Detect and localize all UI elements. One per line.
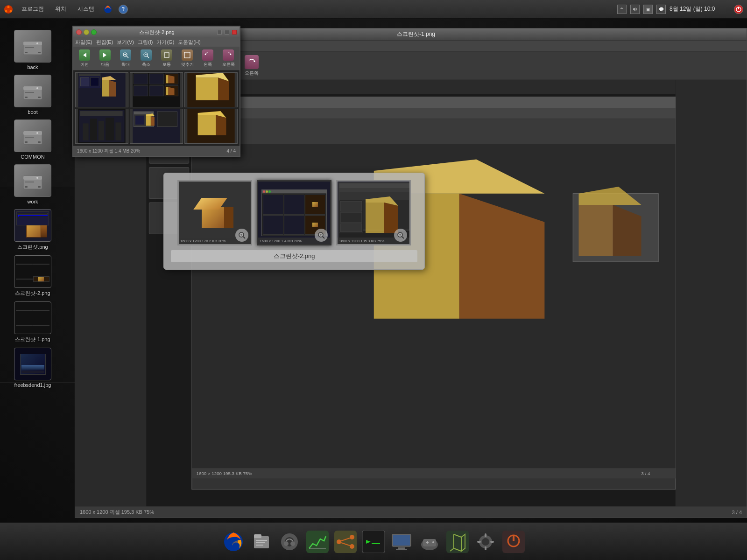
desktop-icons: back boot COMMON: [0, 23, 65, 394]
dock-files[interactable]: [249, 530, 274, 554]
app-menu-icon[interactable]: [4, 5, 13, 14]
svg-rect-62: [25, 141, 28, 143]
dock-connect[interactable]: [501, 530, 526, 554]
small-max-btn[interactable]: [91, 29, 97, 35]
thumb-2[interactable]: [130, 72, 183, 107]
desktop-icon-screenshot2[interactable]: 스크린샷-2.png: [5, 253, 61, 299]
menu-system[interactable]: 시스템: [75, 3, 97, 15]
svg-rect-180: [339, 183, 409, 188]
switcher-thumb-3[interactable]: 747 x 560 195.3 KB 75%: [336, 180, 411, 245]
small-ctrl-1[interactable]: [217, 30, 222, 35]
svg-rect-99: [192, 119, 676, 144]
svg-rect-156: [115, 122, 121, 140]
menu-places[interactable]: 위치: [52, 3, 69, 15]
power-icon[interactable]: [734, 5, 743, 14]
desktop-icon-screenshot2-label: 스크린샷-2.png: [15, 290, 50, 297]
drive-svg-back: [21, 37, 44, 56]
dock-map[interactable]: [445, 530, 470, 554]
small-toolbar-rotate-right[interactable]: 오른쪽: [220, 49, 237, 68]
small-toolbar-zoom-in[interactable]: 확대: [117, 49, 134, 68]
svg-rect-129: [91, 77, 99, 86]
thumbnail-grid: [75, 72, 238, 144]
svg-marker-111: [83, 53, 86, 57]
dock-audio[interactable]: [277, 530, 302, 554]
svg-rect-221: [423, 539, 436, 546]
svg-rect-213: [362, 531, 385, 553]
small-toolbar-normal[interactable]: 보통: [158, 49, 175, 68]
switcher-thumb-2[interactable]: 747 x 560 1.4 MB 20%: [257, 180, 331, 245]
svg-rect-61: [23, 131, 42, 135]
clock-display: 8월 12일 (일) 10:0: [669, 5, 730, 13]
drive-svg-boot: [21, 82, 44, 100]
svg-rect-154: [99, 121, 104, 140]
svg-point-227: [482, 538, 489, 546]
dock-terminal[interactable]: [361, 530, 386, 554]
small-toolbar-fit[interactable]: 맞추기: [179, 49, 196, 68]
svg-rect-43: [620, 8, 623, 9]
magnifier-icon-2: [315, 229, 328, 242]
svg-rect-234: [513, 535, 514, 541]
taskbar-help-icon[interactable]: ?: [119, 5, 128, 14]
small-min-btn[interactable]: [84, 29, 89, 35]
svg-marker-137: [168, 75, 174, 83]
desktop-icon-screenshot1-label: 스크린샷-1.png: [15, 336, 50, 343]
tray-network[interactable]: [617, 5, 627, 14]
small-menu-image[interactable]: 그림(I): [138, 39, 153, 46]
svg-rect-67: [23, 176, 42, 180]
svg-point-210: [350, 544, 354, 549]
svg-rect-231: [490, 541, 494, 543]
thumb-6[interactable]: [184, 109, 238, 144]
thumb-3[interactable]: [184, 72, 238, 107]
taskbar-top-left: 프로그램 위치 시스템 ?: [4, 3, 128, 15]
thumb-3-svg: [185, 73, 237, 107]
desktop-icon-freebsd[interactable]: freebsdend1.jpg: [5, 346, 61, 390]
dock-games[interactable]: [417, 530, 442, 554]
svg-point-39: [7, 8, 10, 11]
dock-firefox[interactable]: [221, 530, 246, 554]
desktop-icon-common[interactable]: COMMON: [5, 118, 61, 161]
small-toolbar-rotate-left[interactable]: 왼쪽: [199, 49, 216, 68]
small-menu-edit[interactable]: 편집(E): [96, 39, 113, 46]
dock-display[interactable]: [389, 530, 414, 554]
desktop-icon-back[interactable]: back: [5, 28, 61, 72]
tray-display[interactable]: ▣: [643, 5, 653, 14]
tray-volume[interactable]: [630, 5, 640, 14]
desktop-icon-work[interactable]: work: [5, 162, 61, 206]
taskbar-firefox-icon[interactable]: [103, 4, 113, 14]
svg-point-36: [7, 6, 10, 8]
svg-rect-198: [256, 540, 267, 541]
dock-chart[interactable]: [305, 530, 330, 554]
svg-rect-68: [25, 186, 28, 188]
small-menu-help[interactable]: 도움말(H): [178, 39, 200, 46]
svg-marker-131: [102, 80, 109, 96]
small-close-btn[interactable]: [76, 29, 82, 35]
drive-icon-common: [14, 119, 51, 152]
small-toolbar-zoom-out[interactable]: 축소: [138, 49, 155, 68]
desktop-icon-screenshot1[interactable]: 스크린샷-1.png: [5, 300, 61, 345]
svg-marker-146: [196, 77, 218, 100]
dock-share[interactable]: [333, 530, 358, 554]
main-toolbar-rotate-right[interactable]: 오른쪽: [243, 55, 260, 77]
svg-rect-71: [25, 182, 34, 182]
thumb-1[interactable]: [75, 72, 128, 107]
drive-svg-work: [21, 171, 44, 190]
svg-line-118: [147, 56, 149, 58]
tray-chat[interactable]: 💬: [656, 5, 666, 14]
desktop-icon-boot[interactable]: boot: [5, 73, 61, 117]
switcher-thumb-1[interactable]: 747 x 560 178.2 KB 20%: [177, 180, 252, 245]
small-viewer-title: 스크린샷-2.png: [99, 29, 215, 36]
menu-programs[interactable]: 프로그램: [19, 3, 47, 15]
svg-rect-120: [164, 53, 169, 57]
small-menu-view[interactable]: 보기(V): [117, 39, 134, 46]
thumb-5[interactable]: [130, 109, 183, 144]
small-menu-go[interactable]: 가기(G): [156, 39, 174, 46]
small-ctrl-2[interactable]: [225, 30, 229, 35]
thumb-4[interactable]: [75, 109, 128, 144]
svg-rect-53: [25, 47, 34, 48]
dock-settings[interactable]: [473, 530, 498, 554]
small-toolbar-next[interactable]: 다음: [97, 49, 113, 68]
small-ctrl-3[interactable]: [232, 30, 237, 35]
desktop-icon-screenshot[interactable]: 스크린샷.png: [5, 207, 61, 252]
small-toolbar-prev[interactable]: 이전: [76, 49, 93, 68]
small-menu-file[interactable]: 파일(E): [75, 39, 92, 46]
